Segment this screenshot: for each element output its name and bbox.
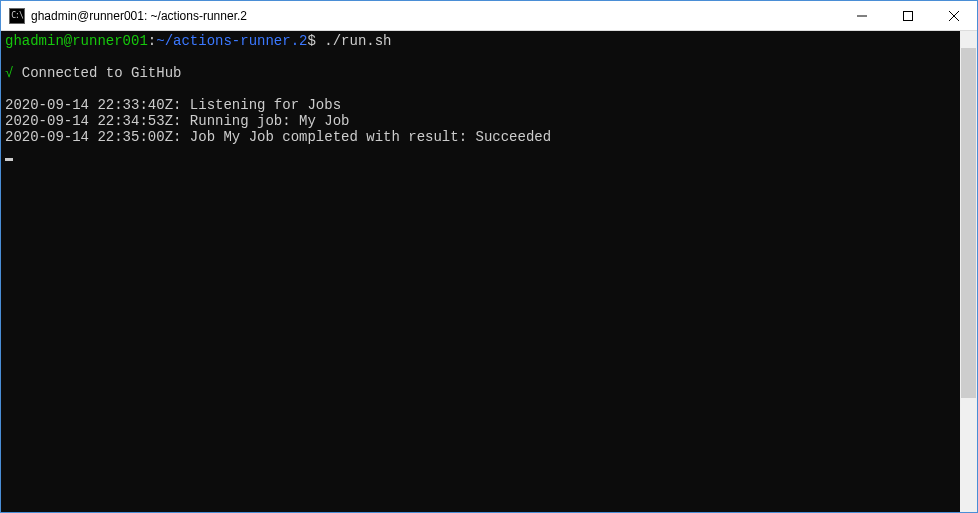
connected-text: Connected to GitHub <box>13 65 181 81</box>
terminal-area: ghadmin@runner001:~/actions-runner.2$ ./… <box>1 31 977 512</box>
vertical-scrollbar[interactable] <box>960 31 977 512</box>
maximize-icon <box>903 11 913 21</box>
minimize-icon <box>857 11 867 21</box>
close-icon <box>949 11 959 21</box>
terminal-content[interactable]: ghadmin@runner001:~/actions-runner.2$ ./… <box>1 31 960 512</box>
minimize-button[interactable] <box>839 1 885 30</box>
log-line: 2020-09-14 22:35:00Z: Job My Job complet… <box>5 129 551 145</box>
window-controls <box>839 1 977 30</box>
log-line: 2020-09-14 22:34:53Z: Running job: My Jo… <box>5 113 349 129</box>
maximize-button[interactable] <box>885 1 931 30</box>
terminal-cursor <box>5 158 13 161</box>
log-line: 2020-09-14 22:33:40Z: Listening for Jobs <box>5 97 341 113</box>
window-title: ghadmin@runner001: ~/actions-runner.2 <box>31 9 839 23</box>
terminal-icon: C:\ <box>9 8 25 24</box>
prompt-user-host: ghadmin@runner001 <box>5 33 148 49</box>
window-titlebar: C:\ ghadmin@runner001: ~/actions-runner.… <box>1 1 977 31</box>
prompt-dollar: $ <box>307 33 315 49</box>
svg-rect-1 <box>904 11 913 20</box>
scrollbar-thumb[interactable] <box>961 48 976 398</box>
prompt-separator: : <box>148 33 156 49</box>
command-text: ./run.sh <box>316 33 392 49</box>
prompt-path: ~/actions-runner.2 <box>156 33 307 49</box>
close-button[interactable] <box>931 1 977 30</box>
